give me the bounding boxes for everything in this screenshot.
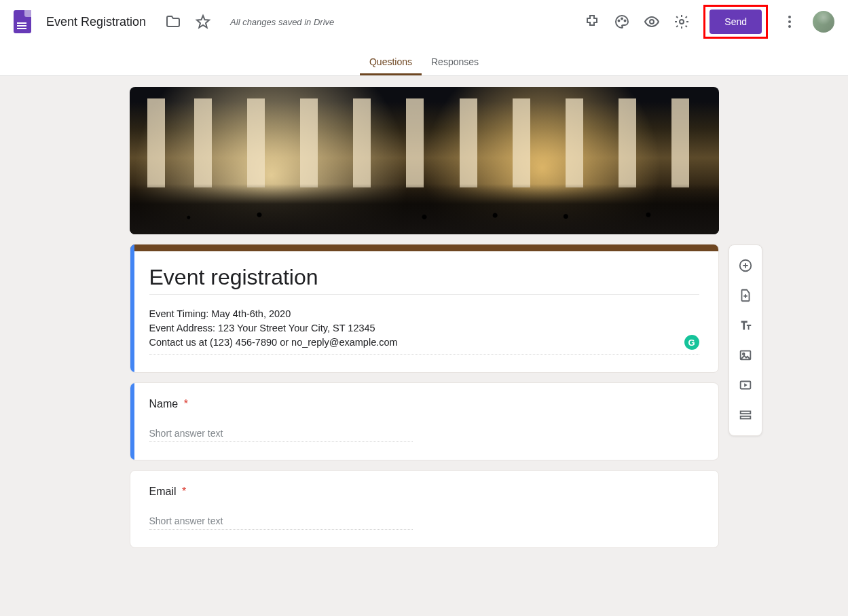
form-column: Event registration Event Timing: May 4th… [130, 87, 719, 548]
svg-point-1 [621, 18, 623, 20]
svg-rect-13 [740, 416, 750, 419]
required-marker: * [182, 486, 186, 497]
svg-point-0 [619, 20, 620, 22]
question-label[interactable]: Name * [149, 398, 699, 410]
svg-point-6 [788, 20, 791, 23]
add-title-icon[interactable] [737, 317, 754, 333]
grammarly-icon[interactable]: G [684, 335, 699, 350]
more-menu-icon[interactable] [781, 14, 798, 30]
save-status: All changes saved in Drive [230, 17, 334, 27]
form-description[interactable]: Event Timing: May 4th-6th, 2020 Event Ad… [149, 307, 699, 355]
question-label[interactable]: Email * [149, 486, 699, 498]
form-canvas: Event registration Event Timing: May 4th… [0, 76, 848, 575]
svg-point-5 [788, 16, 791, 18]
send-button-highlight: Send [703, 5, 768, 39]
forms-logo-icon[interactable] [14, 10, 31, 33]
settings-icon[interactable] [674, 14, 690, 30]
question-card[interactable]: Email * Short answer text [130, 470, 719, 548]
form-title-card[interactable]: Event registration Event Timing: May 4th… [130, 244, 719, 373]
form-description-line: Contact us at (123) 456-7890 or no_reply… [149, 337, 398, 348]
svg-point-3 [650, 20, 654, 24]
add-section-icon[interactable] [737, 407, 754, 423]
add-video-icon[interactable] [737, 377, 754, 393]
form-description-line: Event Timing: May 4th-6th, 2020 [149, 308, 291, 319]
add-image-icon[interactable] [737, 347, 754, 363]
addons-icon[interactable] [584, 14, 600, 30]
short-answer-placeholder[interactable]: Short answer text [149, 428, 413, 442]
active-edge-icon [130, 383, 134, 460]
add-question-icon[interactable] [737, 257, 754, 274]
svg-point-2 [625, 20, 626, 22]
document-title[interactable]: Event Registration [46, 15, 146, 29]
question-toolbar [729, 244, 762, 436]
question-label-text: Email [149, 486, 177, 497]
short-answer-placeholder[interactable]: Short answer text [149, 515, 413, 530]
form-header-image[interactable] [130, 87, 719, 234]
star-icon[interactable] [195, 14, 211, 30]
svg-point-4 [680, 20, 684, 24]
send-button[interactable]: Send [709, 10, 762, 34]
svg-point-7 [788, 25, 791, 28]
tab-questions[interactable]: Questions [360, 56, 422, 75]
account-avatar[interactable] [813, 11, 834, 33]
question-label-text: Name [149, 398, 179, 410]
move-to-folder-icon[interactable] [165, 14, 181, 30]
form-title[interactable]: Event registration [149, 265, 699, 295]
required-marker: * [184, 398, 188, 410]
customize-theme-icon[interactable] [614, 14, 630, 30]
tab-responses[interactable]: Responses [422, 56, 488, 75]
app-header: Event Registration All changes saved in … [0, 0, 848, 43]
active-edge-icon [130, 244, 134, 372]
svg-rect-12 [740, 412, 750, 414]
import-questions-icon[interactable] [737, 287, 754, 304]
form-description-line: Event Address: 123 Your Street Your City… [149, 323, 375, 333]
question-card[interactable]: Name * Short answer text [130, 382, 719, 460]
tabs-bar: Questions Responses [0, 43, 848, 76]
svg-point-10 [742, 353, 744, 355]
preview-icon[interactable] [644, 14, 660, 30]
